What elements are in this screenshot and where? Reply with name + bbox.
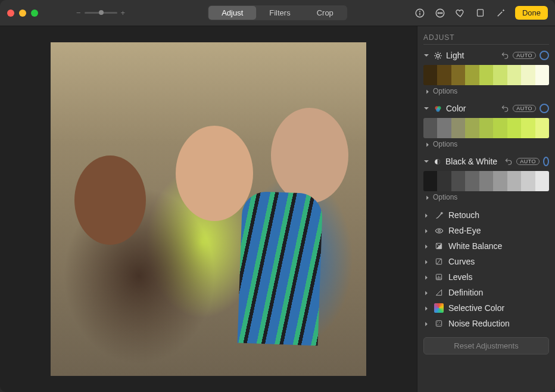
svg-line-16 bbox=[439, 53, 440, 54]
chevron-down-icon bbox=[423, 158, 429, 164]
photo-canvas[interactable] bbox=[51, 42, 366, 376]
light-thumbnail-slider[interactable] bbox=[423, 65, 549, 85]
undo-icon[interactable] bbox=[501, 104, 509, 113]
tab-crop[interactable]: Crop bbox=[304, 6, 347, 20]
photo-subject bbox=[271, 108, 348, 203]
row-label: Selective Color bbox=[448, 303, 504, 313]
auto-button-light[interactable]: AUTO bbox=[513, 52, 536, 59]
section-light-label: Light bbox=[446, 51, 464, 60]
white-balance-icon bbox=[434, 241, 444, 251]
curves-icon bbox=[434, 257, 444, 266]
window-controls bbox=[7, 10, 38, 17]
row-curves[interactable]: Curves bbox=[423, 254, 549, 269]
row-label: Red-Eye bbox=[448, 226, 481, 235]
zoom-in-icon[interactable]: + bbox=[121, 8, 126, 17]
zoom-knob[interactable] bbox=[99, 10, 104, 15]
section-bw: Black & White AUTO Options bbox=[423, 154, 549, 205]
section-color-label: Color bbox=[446, 104, 466, 113]
undo-icon[interactable] bbox=[504, 157, 513, 166]
svg-point-6 bbox=[441, 13, 442, 14]
options-label: Options bbox=[433, 193, 457, 201]
enable-ring-color[interactable] bbox=[540, 104, 549, 113]
svg-point-2 bbox=[420, 11, 420, 11]
favorite-icon[interactable] bbox=[454, 7, 466, 19]
color-icon bbox=[433, 104, 442, 113]
redeye-icon bbox=[434, 226, 444, 235]
row-label: White Balance bbox=[448, 241, 502, 251]
levels-icon bbox=[434, 272, 444, 282]
section-light: Light AUTO Options bbox=[423, 48, 549, 99]
section-light-header[interactable]: Light AUTO bbox=[423, 48, 549, 63]
svg-point-4 bbox=[438, 13, 439, 14]
row-definition[interactable]: Definition bbox=[423, 285, 549, 300]
fullscreen-window-button[interactable] bbox=[31, 10, 38, 17]
zoom-track[interactable] bbox=[85, 12, 117, 14]
bw-thumbnail-slider[interactable] bbox=[423, 171, 549, 191]
photo-subject bbox=[176, 126, 253, 221]
titlebar: − + Adjust Filters Crop Done bbox=[0, 0, 555, 26]
section-bw-header[interactable]: Black & White AUTO bbox=[423, 154, 549, 169]
svg-point-34 bbox=[440, 324, 441, 325]
row-white-balance[interactable]: White Balance bbox=[423, 238, 549, 254]
color-thumbnail-slider[interactable] bbox=[423, 118, 549, 138]
content-area: ADJUST Light AUTO bbox=[0, 26, 555, 392]
svg-rect-7 bbox=[478, 10, 484, 16]
color-options-toggle[interactable]: Options bbox=[423, 138, 549, 152]
svg-rect-30 bbox=[436, 321, 441, 326]
done-button[interactable]: Done bbox=[515, 6, 548, 20]
row-label: Retouch bbox=[448, 210, 479, 220]
chevron-right-icon bbox=[424, 243, 429, 249]
section-color-header[interactable]: Color AUTO bbox=[423, 101, 549, 116]
row-label: Noise Reduction bbox=[448, 319, 510, 328]
enable-ring-light[interactable] bbox=[540, 51, 549, 60]
info-icon[interactable] bbox=[414, 7, 426, 19]
retouch-icon bbox=[434, 210, 444, 220]
chevron-right-icon bbox=[425, 141, 431, 147]
chevron-right-icon bbox=[424, 228, 429, 234]
row-selective-color[interactable]: Selective Color bbox=[423, 300, 549, 316]
svg-point-31 bbox=[437, 322, 438, 322]
bw-options-toggle[interactable]: Options bbox=[423, 191, 549, 205]
bw-icon bbox=[433, 157, 442, 166]
chevron-right-icon bbox=[425, 194, 431, 200]
section-bw-label: Black & White bbox=[445, 157, 497, 166]
auto-button-color[interactable]: AUTO bbox=[513, 105, 536, 112]
auto-button-bw[interactable]: AUTO bbox=[516, 158, 540, 165]
auto-enhance-icon[interactable] bbox=[495, 7, 507, 19]
svg-line-15 bbox=[435, 57, 436, 58]
photo-subject bbox=[74, 155, 146, 245]
aspect-icon[interactable] bbox=[475, 7, 487, 19]
minimize-window-button[interactable] bbox=[19, 10, 26, 17]
svg-point-5 bbox=[439, 13, 441, 14]
more-icon[interactable] bbox=[434, 7, 446, 19]
undo-icon[interactable] bbox=[501, 51, 509, 60]
row-levels[interactable]: Levels bbox=[423, 269, 549, 285]
reset-adjustments-button[interactable]: Reset Adjustments bbox=[423, 337, 549, 354]
chevron-right-icon bbox=[424, 290, 429, 295]
edit-mode-tabs: Adjust Filters Crop bbox=[208, 5, 347, 20]
definition-icon bbox=[434, 288, 444, 297]
svg-line-14 bbox=[439, 57, 440, 58]
chevron-right-icon bbox=[424, 321, 429, 326]
row-redeye[interactable]: Red-Eye bbox=[423, 223, 549, 238]
close-window-button[interactable] bbox=[7, 10, 14, 17]
section-color: Color AUTO Options bbox=[423, 101, 549, 152]
options-label: Options bbox=[433, 140, 457, 148]
row-noise-reduction[interactable]: Noise Reduction bbox=[423, 316, 549, 331]
light-options-toggle[interactable]: Options bbox=[423, 85, 549, 99]
zoom-out-icon[interactable]: − bbox=[76, 8, 81, 17]
photo-viewer bbox=[0, 26, 417, 392]
panel-title: ADJUST bbox=[423, 33, 549, 45]
chevron-right-icon bbox=[424, 305, 429, 311]
tab-adjust[interactable]: Adjust bbox=[208, 6, 256, 20]
enable-ring-bw[interactable] bbox=[543, 157, 549, 166]
row-label: Curves bbox=[448, 257, 475, 266]
row-retouch[interactable]: Retouch bbox=[423, 207, 549, 223]
chevron-right-icon bbox=[424, 212, 429, 218]
svg-line-13 bbox=[435, 53, 436, 54]
zoom-slider[interactable]: − + bbox=[76, 8, 125, 17]
row-label: Levels bbox=[448, 272, 472, 282]
options-label: Options bbox=[433, 87, 457, 95]
svg-point-22 bbox=[438, 229, 440, 232]
tab-filters[interactable]: Filters bbox=[256, 6, 303, 20]
